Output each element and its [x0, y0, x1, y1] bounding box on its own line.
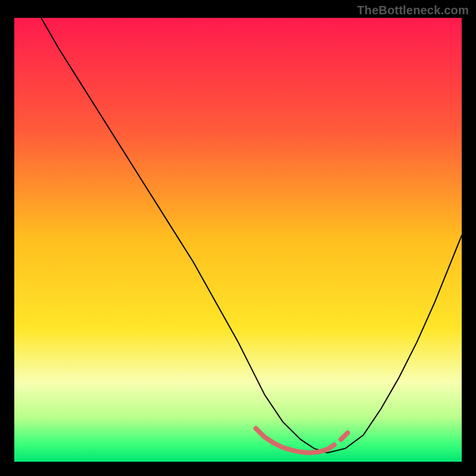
watermark-text: TheBottleneck.com [357, 4, 469, 17]
plot-area [14, 18, 462, 462]
chart-frame: TheBottleneck.com [0, 0, 476, 476]
bottleneck-chart [14, 18, 462, 462]
